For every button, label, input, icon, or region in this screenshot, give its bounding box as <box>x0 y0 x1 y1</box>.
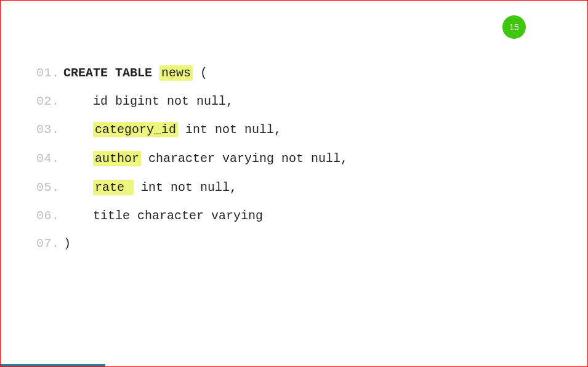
highlight: author <box>93 151 141 166</box>
code-line: 06. title character varying <box>36 209 348 223</box>
line-number: 03. <box>36 123 63 137</box>
code-line: 07. ) <box>36 236 348 251</box>
highlight: category_id <box>93 122 178 137</box>
code-text: ( <box>193 66 207 80</box>
code-text: title character varying <box>93 209 263 223</box>
code-line: 04. author character varying not null, <box>36 151 348 166</box>
slide-frame: 15 01. CREATE TABLE news ( 02. id bigint… <box>0 0 588 367</box>
line-number: 04. <box>36 151 63 166</box>
line-number: 07. <box>36 236 63 251</box>
code-line: 05. rate int not null, <box>36 180 348 195</box>
code-text: CREATE TABLE <box>63 66 159 80</box>
line-number: 02. <box>36 94 63 108</box>
line-number: 06. <box>36 209 63 223</box>
page-number-badge: 15 <box>502 15 526 39</box>
progress-bar <box>1 364 105 366</box>
code-line: 02. id bigint not null, <box>36 94 348 108</box>
highlight: rate <box>93 180 134 195</box>
code-text: int not null, <box>178 123 281 137</box>
code-line: 03. category_id int not null, <box>36 122 348 137</box>
code-text: character varying not null, <box>141 151 348 166</box>
code-text: int not null, <box>134 180 237 195</box>
code-text: id bigint not null, <box>93 94 233 108</box>
highlight: news <box>159 65 193 81</box>
code-text: ) <box>63 236 71 251</box>
line-number: 01. <box>36 66 63 80</box>
page-number-text: 15 <box>509 22 519 32</box>
line-number: 05. <box>36 180 63 195</box>
code-line: 01. CREATE TABLE news ( <box>36 65 348 81</box>
code-block: 01. CREATE TABLE news ( 02. id bigint no… <box>36 65 348 264</box>
